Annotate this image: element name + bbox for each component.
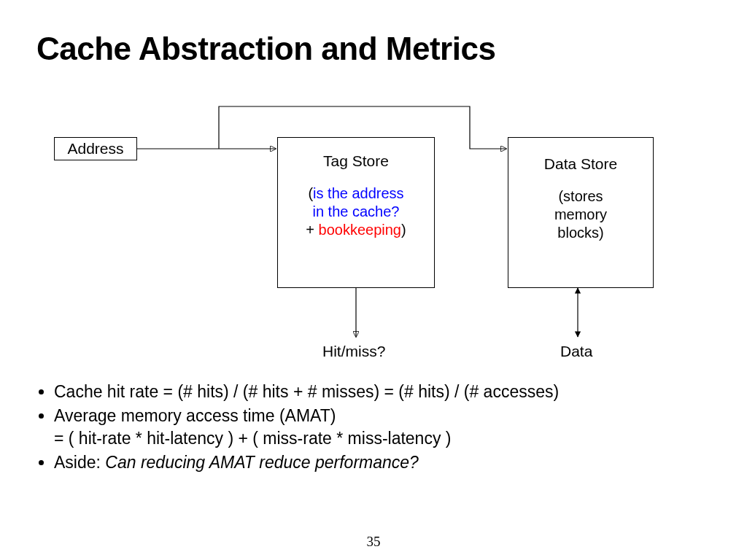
- bullet-2: Average memory access time (AMAT) = ( hi…: [54, 405, 559, 450]
- bullet-list: Cache hit rate = (# hits) / (# hits + # …: [38, 381, 559, 475]
- data-store-l1: (stores: [558, 188, 603, 204]
- tag-store-bookkeeping: bookkeeping: [319, 222, 401, 238]
- tag-store-box: Tag Store (is the address in the cache? …: [277, 137, 435, 288]
- tag-store-plus: +: [306, 222, 318, 238]
- bullet-1: Cache hit rate = (# hits) / (# hits + # …: [54, 381, 559, 403]
- bullet-3-prefix: Aside:: [54, 453, 105, 472]
- data-store-box: Data Store (stores memory blocks): [508, 137, 654, 288]
- bullet-3: Aside: Can reducing AMAT reduce performa…: [54, 451, 559, 474]
- data-store-l3: blocks): [557, 225, 603, 241]
- slide-title: Cache Abstraction and Metrics: [36, 31, 495, 67]
- address-box: Address: [54, 137, 137, 160]
- bullet-2a: Average memory access time (AMAT): [54, 406, 336, 425]
- bullet-3-italic: Can reducing AMAT reduce performance?: [105, 453, 419, 472]
- data-label: Data: [560, 343, 592, 360]
- tag-store-q1: is the address: [313, 185, 404, 201]
- data-store-l2: memory: [554, 206, 607, 222]
- tag-store-q2: in the cache?: [313, 203, 400, 219]
- tag-store-heading: Tag Store: [323, 152, 389, 169]
- data-store-heading: Data Store: [544, 155, 617, 172]
- hitmiss-label: Hit/miss?: [322, 343, 385, 360]
- bullet-2b: = ( hit-rate * hit-latency ) + ( miss-ra…: [54, 429, 451, 448]
- page-number: 35: [0, 534, 747, 550]
